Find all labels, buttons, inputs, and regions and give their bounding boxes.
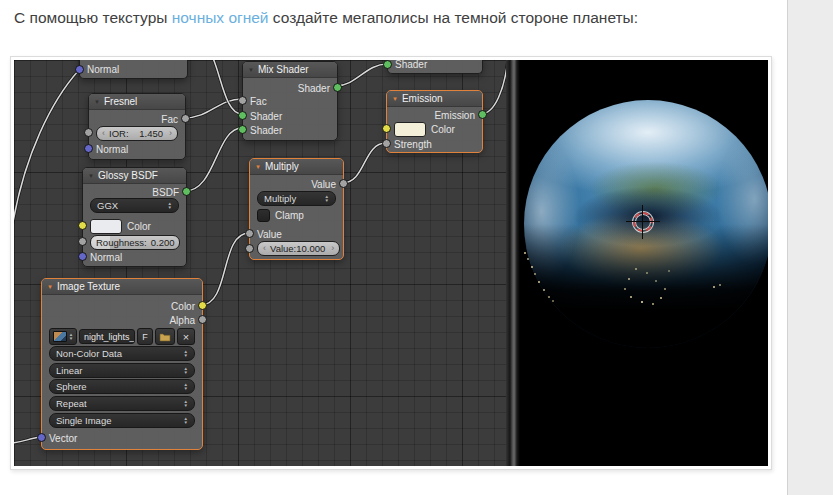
node-editor-canvas[interactable]: Normal Shader ▼Fresnel Fac ‹IOR:1.450› N… bbox=[14, 60, 506, 466]
projection-value: Sphere bbox=[56, 381, 87, 392]
image-datablock-row: ▲▼ night_lights_modif... F × bbox=[42, 329, 202, 344]
socket-normal-input[interactable] bbox=[75, 65, 84, 74]
input-shader2-row: Shader bbox=[243, 124, 337, 137]
value-number: 10.000 bbox=[296, 243, 325, 254]
region-divider[interactable] bbox=[506, 60, 520, 466]
socket-fac-output[interactable] bbox=[181, 114, 190, 123]
collapse-icon[interactable]: ▼ bbox=[88, 173, 94, 179]
emission-color-swatch[interactable] bbox=[394, 122, 426, 137]
socket-shader-output[interactable] bbox=[333, 83, 342, 92]
socket-value1-input[interactable] bbox=[245, 229, 254, 238]
value-label: Value: bbox=[270, 243, 296, 254]
ior-slider[interactable]: ‹IOR:1.450› bbox=[96, 126, 178, 141]
slider-next-icon[interactable]: › bbox=[169, 129, 172, 138]
close-icon: × bbox=[183, 331, 189, 343]
night-lights-link[interactable]: ночных огней bbox=[172, 9, 269, 26]
projection-row: Sphere▲▼ bbox=[42, 380, 202, 393]
socket-bsdf-output[interactable] bbox=[182, 187, 191, 196]
viewport-3d[interactable] bbox=[520, 60, 768, 466]
distribution-dropdown[interactable]: GGX▲▼ bbox=[90, 198, 179, 213]
node-emission[interactable]: ▼Emission Emission Color Strength bbox=[386, 90, 483, 153]
slider-prev-icon[interactable]: ‹ bbox=[102, 129, 105, 138]
clamp-row: Clamp bbox=[250, 209, 343, 222]
city-lights bbox=[520, 60, 522, 62]
node-glossy-header[interactable]: ▼Glossy BSDF bbox=[83, 168, 186, 184]
input-normal-label: Normal bbox=[90, 252, 122, 263]
socket-shader-input[interactable] bbox=[383, 60, 392, 69]
image-browser-button[interactable]: ▲▼ bbox=[49, 328, 77, 345]
node-image-texture-header[interactable]: ▼Image Texture bbox=[42, 279, 202, 295]
color-space-dropdown[interactable]: Non-Color Data▲▼ bbox=[49, 346, 195, 361]
socket-shader2-input[interactable] bbox=[238, 125, 247, 134]
collapse-icon[interactable]: ▼ bbox=[248, 67, 254, 73]
input-shader1-label: Shader bbox=[250, 111, 282, 122]
extension-dropdown[interactable]: Repeat▲▼ bbox=[49, 396, 195, 411]
socket-normal-input[interactable] bbox=[84, 144, 93, 153]
collapse-icon[interactable]: ▼ bbox=[94, 99, 100, 105]
output-color-label: Color bbox=[171, 301, 195, 312]
socket-color-input[interactable] bbox=[78, 221, 87, 230]
node-multiply-header[interactable]: ▼Multiply bbox=[250, 159, 343, 175]
socket-value2-input[interactable] bbox=[245, 244, 254, 253]
socket-roughness-input[interactable] bbox=[78, 237, 87, 246]
clamp-checkbox[interactable] bbox=[257, 209, 270, 222]
dropdown-arrows-icon: ▲▼ bbox=[184, 350, 188, 358]
input-fac-row: Fac bbox=[243, 95, 337, 108]
node-mix-header[interactable]: ▼Mix Shader bbox=[243, 62, 337, 78]
node-fresnel[interactable]: ▼Fresnel Fac ‹IOR:1.450› Normal bbox=[88, 93, 186, 160]
socket-vector-input[interactable] bbox=[37, 433, 46, 442]
image-name-field[interactable]: night_lights_modif... bbox=[79, 329, 135, 344]
node-title: Image Texture bbox=[57, 281, 120, 292]
node-partial-top-left[interactable]: Normal bbox=[79, 60, 188, 79]
slider-next-icon[interactable]: › bbox=[331, 244, 334, 253]
color-row: Color bbox=[387, 123, 482, 136]
socket-ior-input[interactable] bbox=[84, 128, 93, 137]
collapse-icon[interactable]: ▼ bbox=[47, 284, 53, 290]
blender-screenshot: Normal Shader ▼Fresnel Fac ‹IOR:1.450› N… bbox=[14, 60, 768, 466]
socket-color-output[interactable] bbox=[198, 301, 207, 310]
operation-dropdown[interactable]: Multiply▲▼ bbox=[257, 191, 336, 206]
node-partial-top-right[interactable]: Shader bbox=[387, 60, 483, 74]
socket-color-input[interactable] bbox=[382, 124, 391, 133]
color-swatch[interactable] bbox=[90, 219, 122, 234]
output-bsdf-label: BSDF bbox=[152, 187, 179, 198]
node-multiply[interactable]: ▼Multiply Value Multiply▲▼ Clamp Value ‹… bbox=[249, 158, 344, 260]
input-shader1-row: Shader bbox=[243, 110, 337, 123]
socket-emission-output[interactable] bbox=[478, 110, 487, 119]
slider-prev-icon[interactable]: ‹ bbox=[263, 244, 266, 253]
wire-emission-offscreen bbox=[481, 60, 506, 114]
node-fresnel-header[interactable]: ▼Fresnel bbox=[89, 94, 185, 110]
source-dropdown[interactable]: Single Image▲▼ bbox=[49, 413, 195, 428]
socket-normal-input[interactable] bbox=[78, 252, 87, 261]
color-space-row: Non-Color Data▲▼ bbox=[42, 347, 202, 360]
collapse-icon[interactable]: ▼ bbox=[255, 164, 261, 170]
roughness-slider[interactable]: Roughness:0.200 bbox=[90, 235, 180, 250]
interpolation-dropdown[interactable]: Linear▲▼ bbox=[49, 363, 195, 378]
output-alpha-row: Alpha bbox=[42, 314, 202, 327]
color-space-value: Non-Color Data bbox=[56, 348, 122, 359]
roughness-row: Roughness:0.200 bbox=[83, 236, 186, 249]
dropdown-arrows-icon: ▲▼ bbox=[184, 383, 188, 391]
input-fac-label: Fac bbox=[250, 96, 267, 107]
fake-user-button[interactable]: F bbox=[137, 328, 153, 345]
ior-label: IOR: bbox=[109, 128, 129, 139]
node-glossy-bsdf[interactable]: ▼Glossy BSDF BSDF GGX▲▼ Color Roughness:… bbox=[82, 167, 187, 267]
projection-dropdown[interactable]: Sphere▲▼ bbox=[49, 379, 195, 394]
socket-alpha-output[interactable] bbox=[198, 315, 207, 324]
node-emission-header[interactable]: ▼Emission bbox=[387, 91, 482, 107]
socket-value-output[interactable] bbox=[339, 179, 348, 188]
socket-strength-input[interactable] bbox=[382, 139, 391, 148]
node-mix-shader[interactable]: ▼Mix Shader Shader Fac Shader Shader bbox=[242, 61, 338, 141]
socket-shader1-input[interactable] bbox=[238, 111, 247, 120]
socket-fac-input[interactable] bbox=[238, 96, 247, 105]
value-slider[interactable]: ‹Value:10.000› bbox=[257, 241, 340, 256]
output-alpha-label: Alpha bbox=[169, 315, 195, 326]
color-label: Color bbox=[431, 124, 455, 135]
output-color-row: Color bbox=[42, 300, 202, 313]
unlink-image-button[interactable]: × bbox=[177, 328, 195, 345]
node-image-texture[interactable]: ▼Image Texture Color Alpha ▲▼ night_ligh… bbox=[41, 278, 203, 450]
output-fac-label: Fac bbox=[161, 114, 178, 125]
node-title: Emission bbox=[402, 93, 443, 104]
open-image-button[interactable] bbox=[155, 328, 175, 345]
collapse-icon[interactable]: ▼ bbox=[392, 96, 398, 102]
